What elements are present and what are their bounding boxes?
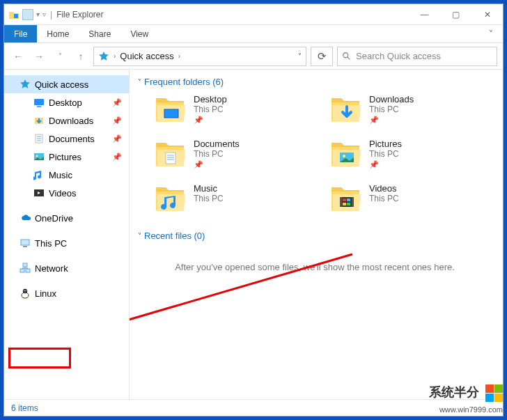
qat-button[interactable] [22, 9, 33, 20]
search-placeholder: Search Quick access [356, 51, 441, 61]
item-count: 6 items [11, 403, 38, 413]
navigation-pane: Quick accessDesktop📌Downloads📌Documents📌… [4, 70, 130, 399]
sidebar-item-network[interactable]: Network [4, 259, 129, 277]
pin-icon: 📌 [112, 153, 122, 162]
folder-location: This PC [194, 149, 240, 159]
file-tab[interactable]: File [4, 25, 37, 42]
onedrive-icon [20, 212, 31, 224]
folder-name: Documents [194, 139, 240, 149]
breadcrumb[interactable]: Quick access [120, 51, 173, 61]
breadcrumb-sep-icon: › [114, 52, 116, 60]
folder-location: This PC [194, 104, 227, 114]
folder-name: Desktop [194, 94, 227, 104]
sidebar-item-this-pc[interactable]: This PC [4, 234, 129, 252]
qat-dropdown-icon[interactable]: ▾ [36, 10, 40, 18]
content-pane: ˅ Frequent folders (6) DesktopThis PC📌Do… [130, 70, 503, 399]
star-icon [98, 51, 109, 62]
sidebar-item-onedrive[interactable]: OneDrive [4, 209, 129, 227]
pictures-icon [33, 151, 45, 162]
title-separator: | [50, 10, 52, 20]
status-bar: 6 items [4, 399, 503, 416]
recent-files-empty: After you've opened some files, we'll sh… [138, 248, 492, 272]
folder-name: Downloads [369, 94, 414, 104]
refresh-button[interactable]: ⟳ [311, 47, 333, 66]
recent-files-label: Recent files (0) [144, 231, 205, 241]
sidebar-item-desktop[interactable]: Desktop📌 [4, 93, 129, 111]
star-icon [20, 79, 31, 90]
back-button[interactable]: ← [10, 48, 26, 65]
ribbon-expand-icon[interactable]: ˅ [479, 25, 503, 42]
address-bar[interactable]: › Quick access › ˅ [93, 47, 306, 66]
minimize-button[interactable]: — [409, 4, 440, 25]
folder-downloads[interactable]: DownloadsThis PC📌 [330, 94, 492, 126]
desktop-icon [33, 97, 45, 108]
pin-icon: 📌 [369, 116, 414, 125]
folder-location: This PC [369, 149, 402, 159]
up-button[interactable]: ↑ [72, 48, 89, 65]
sidebar-item-linux[interactable]: Linux [4, 284, 129, 302]
window-title: File Explorer [56, 10, 103, 20]
sidebar-item-documents[interactable]: Documents📌 [4, 130, 129, 148]
chevron-down-icon: ˅ [138, 78, 141, 86]
file-explorer-window: ▾ ▿ | File Explorer — ▢ ✕ File Home Shar… [3, 3, 504, 417]
annotation-highlight [8, 348, 71, 368]
address-dropdown-icon[interactable]: ˅ [298, 52, 302, 60]
pin-icon: 📌 [112, 98, 122, 107]
sidebar-item-pictures[interactable]: Pictures📌 [4, 148, 129, 166]
file-explorer-icon [8, 9, 20, 20]
recent-locations-button[interactable]: ˅ [52, 48, 68, 65]
pin-icon: 📌 [112, 116, 122, 125]
videos-folder-icon [330, 183, 362, 215]
network-icon [20, 263, 31, 274]
close-button[interactable]: ✕ [471, 4, 503, 25]
pin-icon: 📌 [194, 116, 227, 125]
recent-files-header[interactable]: ˅ Recent files (0) [138, 231, 492, 241]
sidebar-item-label: Network [35, 263, 68, 274]
sidebar-item-label: Desktop [49, 98, 82, 108]
sidebar-item-label: Downloads [49, 116, 93, 126]
folder-videos[interactable]: VideosThis PC [330, 183, 492, 215]
title-bar: ▾ ▿ | File Explorer — ▢ ✕ [4, 4, 503, 25]
sidebar-item-label: OneDrive [35, 213, 73, 224]
tab-share[interactable]: Share [79, 25, 120, 42]
search-icon [342, 52, 352, 61]
maximize-button[interactable]: ▢ [440, 4, 471, 25]
downloads-icon [33, 115, 45, 126]
folder-desktop[interactable]: DesktopThis PC📌 [155, 94, 316, 126]
breadcrumb-sep-icon[interactable]: › [178, 52, 180, 60]
pin-icon: 📌 [112, 134, 122, 143]
folder-location: This PC [369, 104, 414, 114]
qat-overflow-icon[interactable]: ▿ [42, 10, 46, 18]
documents-folder-icon [155, 139, 187, 171]
search-input[interactable]: Search Quick access [337, 47, 497, 66]
sidebar-item-label: Videos [49, 188, 77, 199]
forward-button[interactable]: → [31, 48, 47, 65]
ribbon: File Home Share View ˅ [4, 25, 503, 43]
sidebar-item-quick-access[interactable]: Quick access [4, 75, 129, 93]
folder-documents[interactable]: DocumentsThis PC📌 [155, 139, 316, 171]
sidebar-item-videos[interactable]: Videos [4, 184, 129, 202]
sidebar-item-downloads[interactable]: Downloads📌 [4, 111, 129, 130]
documents-icon [33, 133, 45, 144]
sidebar-item-label: Linux [35, 288, 56, 299]
music-icon [33, 169, 45, 180]
folder-location: This PC [194, 194, 224, 203]
folder-music[interactable]: MusicThis PC [155, 183, 316, 215]
frequent-folders-label: Frequent folders (6) [144, 77, 224, 87]
folder-location: This PC [369, 194, 399, 203]
sidebar-item-label: Documents [49, 134, 95, 144]
sidebar-item-music[interactable]: Music [4, 166, 129, 184]
pin-icon: 📌 [194, 160, 240, 169]
pin-icon: 📌 [369, 160, 402, 169]
downloads-folder-icon [330, 94, 362, 126]
folder-name: Videos [369, 183, 399, 194]
tab-view[interactable]: View [120, 25, 158, 42]
tab-home[interactable]: Home [37, 25, 79, 42]
thispc-icon [20, 238, 31, 249]
sidebar-item-label: Quick access [35, 79, 88, 90]
pictures-folder-icon [330, 139, 362, 171]
frequent-folders-header[interactable]: ˅ Frequent folders (6) [138, 77, 492, 87]
folder-pictures[interactable]: PicturesThis PC📌 [330, 139, 492, 171]
music-folder-icon [155, 183, 187, 215]
sidebar-item-label: This PC [35, 238, 67, 249]
